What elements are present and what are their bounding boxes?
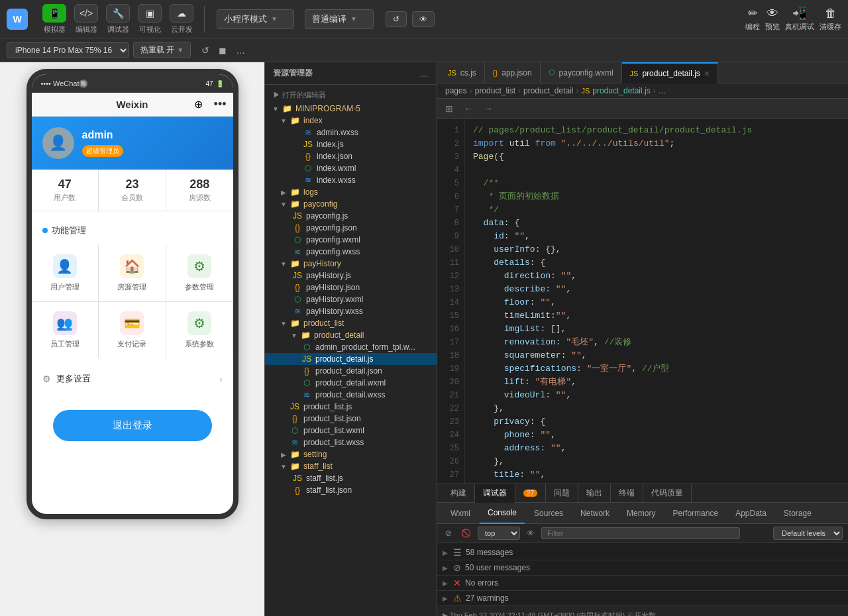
tree-root[interactable]: ▼ 📁 MINIPROGRAM-5 xyxy=(265,103,437,115)
file-payconfig-json[interactable]: {} payconfig.json xyxy=(265,222,437,234)
file-index-wxml[interactable]: ⬡ index.wxml xyxy=(265,162,437,174)
devtools-tab-storage[interactable]: Storage xyxy=(776,503,820,524)
file-admin-wxss[interactable]: ≋ admin.wxss xyxy=(265,127,437,138)
phone-nav-more-icon[interactable]: ••• xyxy=(214,97,227,111)
file-payhistory-json[interactable]: {} payHistory.json xyxy=(265,282,437,293)
file-product-detail-js[interactable]: JS product_detail.js xyxy=(265,353,437,365)
file-index-json[interactable]: {} index.json xyxy=(265,150,437,162)
breadcrumb-product-detail[interactable]: product_detail xyxy=(523,86,573,95)
file-product-list-js[interactable]: JS product_list.js xyxy=(265,401,437,413)
toolbar-btn-cloud[interactable]: ☁ 云开发 xyxy=(170,4,193,34)
menu-item-sysparams[interactable]: ⚙ 系统参数 xyxy=(166,302,233,358)
refresh-btn[interactable]: ↺ xyxy=(386,11,407,27)
refresh-icon-btn[interactable]: ↺ xyxy=(199,44,212,57)
devtools-tab-memory[interactable]: Memory xyxy=(619,503,663,524)
folder-staff-list[interactable]: ▼ 📁 staff_list xyxy=(265,460,437,472)
devtools-tab-console[interactable]: Console xyxy=(480,503,525,524)
file-payhistory-js[interactable]: JS payHistory.js xyxy=(265,270,437,282)
folder-setting[interactable]: ▶ 📁 setting xyxy=(265,448,437,460)
devtools-eye-btn[interactable]: 👁 xyxy=(524,527,537,539)
stop-icon-btn[interactable]: ◼ xyxy=(216,44,229,57)
file-payconfig-js[interactable]: JS payconfig.js xyxy=(265,210,437,222)
context-select[interactable]: top xyxy=(478,527,520,540)
file-product-detail-wxss[interactable]: ≋ product_detail.wxss xyxy=(265,389,437,401)
file-payhistory-wxss[interactable]: ≋ payHistory.wxss xyxy=(265,305,437,317)
file-payconfig-wxml[interactable]: ⬡ payconfig.wxml xyxy=(265,234,437,246)
file-admin-tpl[interactable]: ⬡ admin_product_form_tpl.w... xyxy=(265,341,437,353)
file-product-list-wxss[interactable]: ≋ product_list.wxss xyxy=(265,436,437,448)
devtools-nav-back-btn[interactable]: ⊘ xyxy=(443,527,454,539)
file-staff-list-json[interactable]: {} staff_list.json xyxy=(265,484,437,496)
toolbar-btn-editor[interactable]: </> 编辑器 xyxy=(74,4,98,34)
navigate-back-btn[interactable]: ← xyxy=(461,102,476,115)
file-product-list-json[interactable]: {} product_list.json xyxy=(265,413,437,425)
toolbar-btn-visualize[interactable]: ▣ 可视化 xyxy=(138,4,162,34)
file-payhistory-wxml[interactable]: ⬡ payHistory.wxml xyxy=(265,293,437,305)
folder-logs[interactable]: ▶ 📁 logs xyxy=(265,186,437,198)
devtools-clear-btn[interactable]: 🚫 xyxy=(458,527,474,539)
coding-btn[interactable]: ✏ 编程 xyxy=(745,6,760,32)
file-index-js[interactable]: JS index.js xyxy=(265,138,437,150)
menu-item-users[interactable]: 👤 用户管理 xyxy=(32,245,99,301)
mode-select[interactable]: 小程序模式 ▼ xyxy=(217,9,294,29)
breadcrumb-filename[interactable]: product_detail.js xyxy=(592,86,650,95)
menu-item-params[interactable]: ⚙ 参数管理 xyxy=(166,245,233,301)
breadcrumb-more[interactable]: … xyxy=(659,86,666,95)
console-group-50-header[interactable]: ▶ ⊘ 50 user messages xyxy=(437,560,848,575)
split-editor-btn[interactable]: ⊞ xyxy=(443,102,456,115)
tab-product-detail-js[interactable]: JS product_detail.js × xyxy=(622,62,718,83)
file-index-wxss[interactable]: ≋ index.wxss xyxy=(265,174,437,186)
file-product-detail-json[interactable]: {} product_detail.json xyxy=(265,365,437,377)
file-staff-list-js[interactable]: JS staff_list.js xyxy=(265,472,437,484)
tab-issues[interactable]: 问题 xyxy=(546,484,578,503)
opened-editors-toggle[interactable]: ▶ 打开的编辑器 xyxy=(265,87,437,103)
device-select[interactable]: iPhone 14 Pro Max 75% 16 xyxy=(7,42,129,58)
devtools-tab-sources[interactable]: Sources xyxy=(526,503,571,524)
console-group-58-header[interactable]: ▶ ☰ 58 messages xyxy=(437,545,848,560)
tab-cs-js[interactable]: JS cs.js xyxy=(440,62,485,83)
tab-code-quality[interactable]: 代码质量 xyxy=(643,484,692,503)
tab-terminal[interactable]: 终端 xyxy=(611,484,643,503)
code-content[interactable]: // pages/product_list/product_detail/pro… xyxy=(465,119,848,484)
logout-button[interactable]: 退出登录 xyxy=(53,410,212,441)
folder-index[interactable]: ▼ 📁 index xyxy=(265,115,437,127)
tab-debugger[interactable]: 调试器 xyxy=(475,484,515,503)
tab-close-icon[interactable]: × xyxy=(704,68,710,79)
compile-select[interactable]: 普通编译 ▼ xyxy=(305,9,374,29)
menu-item-houses[interactable]: 🏠 房源管理 xyxy=(99,245,166,301)
real-device-btn[interactable]: 📲 真机调试 xyxy=(785,6,814,32)
console-group-errors-header[interactable]: ▶ ✕ No errors xyxy=(437,576,848,590)
devtools-tab-wxml[interactable]: Wxml xyxy=(443,503,478,524)
tab-badge-27[interactable]: 27 xyxy=(515,484,546,503)
menu-item-staff[interactable]: 👥 员工管理 xyxy=(32,302,99,358)
menu-item-payment[interactable]: 💳 支付记录 xyxy=(99,302,166,358)
devtools-tab-appdata[interactable]: AppData xyxy=(727,503,774,524)
more-settings[interactable]: ⚙ 更多设置 › xyxy=(32,364,233,394)
eye-btn[interactable]: 👁 xyxy=(412,11,435,27)
hot-reload-btn[interactable]: 热重载 开 ▼ xyxy=(133,42,191,58)
devtools-tab-performance[interactable]: Performance xyxy=(664,503,726,524)
breadcrumb-product-list[interactable]: product_list xyxy=(475,86,515,95)
tab-app-json[interactable]: {} app.json xyxy=(485,62,541,83)
tab-payconfig-wxml[interactable]: ⬡ payconfig.wxml xyxy=(541,62,622,83)
file-product-detail-wxml[interactable]: ⬡ product_detail.wxml xyxy=(265,377,437,389)
levels-select[interactable]: Default levels xyxy=(773,527,843,540)
tab-build[interactable]: 构建 xyxy=(443,484,475,503)
folder-product-detail[interactable]: ▼ 📁 product_detail xyxy=(265,329,437,341)
more-icon-btn[interactable]: … xyxy=(233,44,248,57)
toolbar-btn-simulator[interactable]: 📱 模拟器 xyxy=(42,4,66,34)
folder-payhistory[interactable]: ▼ 📁 payHistory xyxy=(265,258,437,270)
breadcrumb-pages[interactable]: pages xyxy=(445,86,467,95)
toolbar-btn-debugger[interactable]: 🔧 调试器 xyxy=(106,4,130,34)
folder-payconfig[interactable]: ▼ 📁 payconfig xyxy=(265,198,437,210)
file-payconfig-wxss[interactable]: ≋ payconfig.wxss xyxy=(265,246,437,258)
filter-input[interactable] xyxy=(541,527,740,539)
console-group-warnings-header[interactable]: ▶ ⚠ 27 warnings xyxy=(437,591,848,605)
explorer-more-icon[interactable]: … xyxy=(419,68,429,79)
navigate-forward-btn[interactable]: → xyxy=(481,102,496,115)
tab-output[interactable]: 输出 xyxy=(578,484,611,503)
clear-cache-btn[interactable]: 🗑 清缓存 xyxy=(820,7,841,32)
folder-product-list[interactable]: ▼ 📁 product_list xyxy=(265,317,437,329)
preview-btn[interactable]: 👁 预览 xyxy=(765,7,780,32)
file-product-list-wxml[interactable]: ⬡ product_list.wxml xyxy=(265,425,437,436)
